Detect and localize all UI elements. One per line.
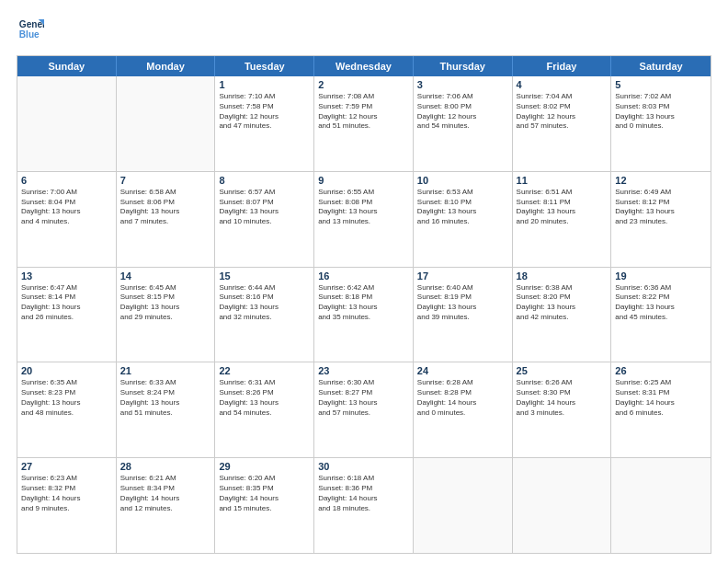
table-row: 27Sunrise: 6:23 AMSunset: 8:32 PMDayligh…: [17, 458, 117, 553]
table-row: 23Sunrise: 6:30 AMSunset: 8:27 PMDayligh…: [314, 362, 414, 457]
week-row-1: 1Sunrise: 7:10 AMSunset: 7:58 PMDaylight…: [17, 76, 711, 171]
header-day-sunday: Sunday: [17, 56, 117, 76]
day-number: 12: [615, 175, 707, 186]
cell-info: Sunrise: 6:38 AMSunset: 8:20 PMDaylight:…: [517, 283, 608, 323]
day-number: 8: [219, 175, 310, 186]
cell-info: Sunrise: 7:02 AMSunset: 8:03 PMDaylight:…: [615, 92, 707, 132]
table-row: 16Sunrise: 6:42 AMSunset: 8:18 PMDayligh…: [314, 268, 414, 362]
day-number: 28: [120, 461, 211, 472]
header-day-monday: Monday: [117, 56, 216, 76]
table-row: 22Sunrise: 6:31 AMSunset: 8:26 PMDayligh…: [215, 362, 314, 457]
table-row: [17, 76, 117, 171]
cell-info: Sunrise: 6:55 AMSunset: 8:08 PMDaylight:…: [318, 188, 409, 227]
header: General Blue: [17, 17, 711, 46]
cell-info: Sunrise: 6:20 AMSunset: 8:35 PMDaylight:…: [219, 474, 310, 513]
cell-info: Sunrise: 6:31 AMSunset: 8:26 PMDaylight:…: [219, 378, 310, 418]
logo-icon: General Blue: [18, 17, 44, 42]
table-row: 1Sunrise: 7:10 AMSunset: 7:58 PMDaylight…: [215, 76, 314, 171]
cell-info: Sunrise: 7:10 AMSunset: 7:58 PMDaylight:…: [219, 92, 310, 132]
cell-info: Sunrise: 6:30 AMSunset: 8:27 PMDaylight:…: [318, 378, 409, 418]
day-number: 18: [517, 270, 608, 282]
table-row: 20Sunrise: 6:35 AMSunset: 8:23 PMDayligh…: [17, 362, 117, 457]
day-number: 2: [318, 79, 409, 90]
cell-info: Sunrise: 6:26 AMSunset: 8:30 PMDaylight:…: [517, 378, 608, 418]
cell-info: Sunrise: 6:58 AMSunset: 8:06 PMDaylight:…: [120, 188, 211, 227]
day-number: 1: [219, 79, 310, 90]
table-row: [414, 458, 513, 553]
cell-info: Sunrise: 7:04 AMSunset: 8:02 PMDaylight:…: [517, 92, 608, 132]
table-row: 25Sunrise: 6:26 AMSunset: 8:30 PMDayligh…: [513, 362, 612, 457]
table-row: 28Sunrise: 6:21 AMSunset: 8:34 PMDayligh…: [117, 458, 216, 553]
cell-info: Sunrise: 6:35 AMSunset: 8:23 PMDaylight:…: [21, 378, 112, 418]
cell-info: Sunrise: 6:28 AMSunset: 8:28 PMDaylight:…: [417, 378, 508, 418]
cell-info: Sunrise: 6:40 AMSunset: 8:19 PMDaylight:…: [417, 283, 508, 323]
cell-info: Sunrise: 6:18 AMSunset: 8:36 PMDaylight:…: [318, 474, 409, 513]
day-number: 29: [219, 461, 310, 472]
table-row: 11Sunrise: 6:51 AMSunset: 8:11 PMDayligh…: [513, 172, 612, 267]
day-number: 21: [120, 365, 211, 376]
table-row: 19Sunrise: 6:36 AMSunset: 8:22 PMDayligh…: [611, 268, 711, 362]
table-row: 21Sunrise: 6:33 AMSunset: 8:24 PMDayligh…: [117, 362, 216, 457]
cell-info: Sunrise: 7:00 AMSunset: 8:04 PMDaylight:…: [21, 188, 112, 227]
week-row-4: 20Sunrise: 6:35 AMSunset: 8:23 PMDayligh…: [17, 362, 711, 457]
table-row: 14Sunrise: 6:45 AMSunset: 8:15 PMDayligh…: [117, 268, 216, 362]
cell-info: Sunrise: 6:53 AMSunset: 8:10 PMDaylight:…: [417, 188, 508, 227]
table-row: 10Sunrise: 6:53 AMSunset: 8:10 PMDayligh…: [414, 172, 513, 267]
table-row: 26Sunrise: 6:25 AMSunset: 8:31 PMDayligh…: [611, 362, 711, 457]
calendar-body: 1Sunrise: 7:10 AMSunset: 7:58 PMDaylight…: [17, 76, 711, 553]
table-row: 7Sunrise: 6:58 AMSunset: 8:06 PMDaylight…: [117, 172, 216, 267]
week-row-3: 13Sunrise: 6:47 AMSunset: 8:14 PMDayligh…: [17, 267, 711, 362]
week-row-2: 6Sunrise: 7:00 AMSunset: 8:04 PMDaylight…: [17, 171, 711, 267]
day-number: 13: [21, 270, 112, 282]
cell-info: Sunrise: 6:36 AMSunset: 8:22 PMDaylight:…: [615, 283, 707, 323]
table-row: 24Sunrise: 6:28 AMSunset: 8:28 PMDayligh…: [414, 362, 513, 457]
header-day-tuesday: Tuesday: [215, 56, 314, 76]
cell-info: Sunrise: 6:51 AMSunset: 8:11 PMDaylight:…: [517, 188, 608, 227]
cell-info: Sunrise: 6:49 AMSunset: 8:12 PMDaylight:…: [615, 188, 707, 227]
table-row: 30Sunrise: 6:18 AMSunset: 8:36 PMDayligh…: [314, 458, 414, 553]
day-number: 26: [615, 365, 707, 376]
table-row: 17Sunrise: 6:40 AMSunset: 8:19 PMDayligh…: [414, 268, 513, 362]
table-row: 3Sunrise: 7:06 AMSunset: 8:00 PMDaylight…: [414, 76, 513, 171]
day-number: 16: [318, 270, 409, 282]
cell-info: Sunrise: 6:44 AMSunset: 8:16 PMDaylight:…: [219, 283, 310, 323]
cell-info: Sunrise: 6:42 AMSunset: 8:18 PMDaylight:…: [318, 283, 409, 323]
day-number: 4: [517, 79, 608, 90]
table-row: [513, 458, 612, 553]
calendar-header: SundayMondayTuesdayWednesdayThursdayFrid…: [17, 56, 711, 76]
cell-info: Sunrise: 7:08 AMSunset: 7:59 PMDaylight:…: [318, 92, 409, 132]
table-row: 9Sunrise: 6:55 AMSunset: 8:08 PMDaylight…: [314, 172, 414, 267]
cell-info: Sunrise: 6:21 AMSunset: 8:34 PMDaylight:…: [120, 474, 211, 513]
day-number: 22: [219, 365, 310, 376]
table-row: 12Sunrise: 6:49 AMSunset: 8:12 PMDayligh…: [611, 172, 711, 267]
day-number: 5: [615, 79, 707, 90]
day-number: 20: [21, 365, 112, 376]
day-number: 27: [21, 461, 112, 472]
cell-info: Sunrise: 6:57 AMSunset: 8:07 PMDaylight:…: [219, 188, 310, 227]
day-number: 14: [120, 270, 211, 282]
cell-info: Sunrise: 6:25 AMSunset: 8:31 PMDaylight:…: [615, 378, 707, 418]
cell-info: Sunrise: 7:06 AMSunset: 8:00 PMDaylight:…: [417, 92, 508, 132]
header-day-thursday: Thursday: [414, 56, 513, 76]
table-row: 2Sunrise: 7:08 AMSunset: 7:59 PMDaylight…: [314, 76, 414, 171]
cell-info: Sunrise: 6:47 AMSunset: 8:14 PMDaylight:…: [21, 283, 112, 323]
day-number: 24: [417, 365, 508, 376]
table-row: 5Sunrise: 7:02 AMSunset: 8:03 PMDaylight…: [611, 76, 711, 171]
day-number: 23: [318, 365, 409, 376]
day-number: 15: [219, 270, 310, 282]
table-row: [611, 458, 711, 553]
day-number: 3: [417, 79, 508, 90]
table-row: 15Sunrise: 6:44 AMSunset: 8:16 PMDayligh…: [215, 268, 314, 362]
table-row: 4Sunrise: 7:04 AMSunset: 8:02 PMDaylight…: [513, 76, 612, 171]
svg-text:Blue: Blue: [19, 29, 40, 40]
day-number: 19: [615, 270, 707, 282]
logo: General Blue: [17, 17, 44, 46]
table-row: [117, 76, 216, 171]
table-row: 18Sunrise: 6:38 AMSunset: 8:20 PMDayligh…: [513, 268, 612, 362]
day-number: 10: [417, 175, 508, 186]
table-row: 8Sunrise: 6:57 AMSunset: 8:07 PMDaylight…: [215, 172, 314, 267]
header-day-saturday: Saturday: [611, 56, 711, 76]
day-number: 11: [517, 175, 608, 186]
day-number: 6: [21, 175, 112, 186]
page: General Blue SundayMondayTuesdayWednesda…: [0, 0, 728, 563]
